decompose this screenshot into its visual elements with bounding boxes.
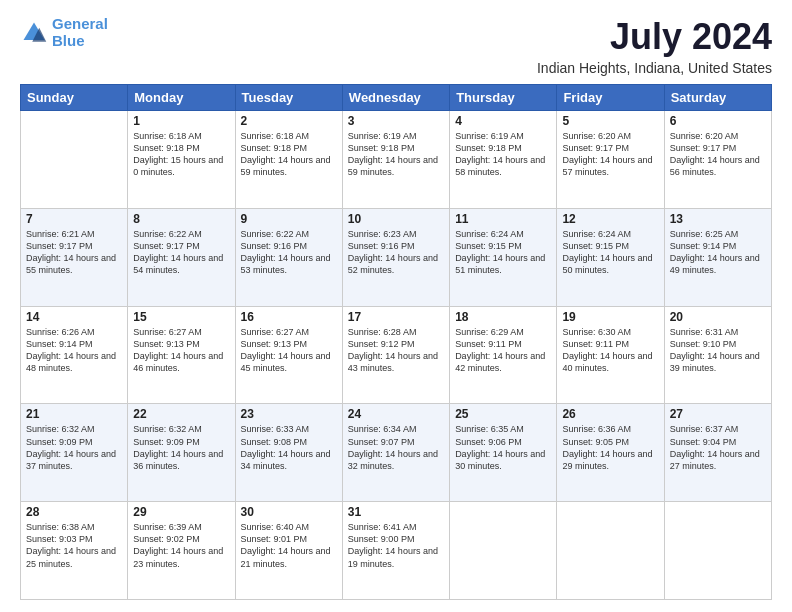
daylight-hours: Daylight: 14 hours and 39 minutes. <box>670 351 760 373</box>
sunrise-time: Sunrise: 6:21 AM <box>26 229 95 239</box>
day-number: 17 <box>348 310 444 324</box>
sunrise-time: Sunrise: 6:37 AM <box>670 424 739 434</box>
day-number: 1 <box>133 114 229 128</box>
sunset-time: Sunset: 9:11 PM <box>455 339 522 349</box>
daylight-hours: Daylight: 14 hours and 34 minutes. <box>241 449 331 471</box>
table-row: 26 Sunrise: 6:36 AM Sunset: 9:05 PM Dayl… <box>557 404 664 502</box>
sunrise-time: Sunrise: 6:40 AM <box>241 522 310 532</box>
day-info: Sunrise: 6:27 AM Sunset: 9:13 PM Dayligh… <box>241 326 337 375</box>
day-number: 6 <box>670 114 766 128</box>
sunset-time: Sunset: 9:12 PM <box>348 339 415 349</box>
daylight-hours: Daylight: 14 hours and 56 minutes. <box>670 155 760 177</box>
sunset-time: Sunset: 9:15 PM <box>562 241 629 251</box>
day-number: 9 <box>241 212 337 226</box>
sunrise-time: Sunrise: 6:23 AM <box>348 229 417 239</box>
day-info: Sunrise: 6:24 AM Sunset: 9:15 PM Dayligh… <box>562 228 658 277</box>
day-info: Sunrise: 6:36 AM Sunset: 9:05 PM Dayligh… <box>562 423 658 472</box>
daylight-hours: Daylight: 14 hours and 54 minutes. <box>133 253 223 275</box>
day-number: 27 <box>670 407 766 421</box>
daylight-hours: Daylight: 14 hours and 32 minutes. <box>348 449 438 471</box>
sunset-time: Sunset: 9:01 PM <box>241 534 308 544</box>
day-info: Sunrise: 6:23 AM Sunset: 9:16 PM Dayligh… <box>348 228 444 277</box>
sunset-time: Sunset: 9:04 PM <box>670 437 737 447</box>
daylight-hours: Daylight: 14 hours and 40 minutes. <box>562 351 652 373</box>
daylight-hours: Daylight: 14 hours and 37 minutes. <box>26 449 116 471</box>
day-number: 31 <box>348 505 444 519</box>
day-number: 18 <box>455 310 551 324</box>
day-number: 23 <box>241 407 337 421</box>
table-row: 19 Sunrise: 6:30 AM Sunset: 9:11 PM Dayl… <box>557 306 664 404</box>
daylight-hours: Daylight: 14 hours and 45 minutes. <box>241 351 331 373</box>
day-info: Sunrise: 6:34 AM Sunset: 9:07 PM Dayligh… <box>348 423 444 472</box>
day-number: 28 <box>26 505 122 519</box>
sunset-time: Sunset: 9:09 PM <box>26 437 93 447</box>
sunset-time: Sunset: 9:10 PM <box>670 339 737 349</box>
sunset-time: Sunset: 9:17 PM <box>562 143 629 153</box>
table-row: 16 Sunrise: 6:27 AM Sunset: 9:13 PM Dayl… <box>235 306 342 404</box>
sunset-time: Sunset: 9:14 PM <box>670 241 737 251</box>
day-info: Sunrise: 6:30 AM Sunset: 9:11 PM Dayligh… <box>562 326 658 375</box>
table-row <box>664 502 771 600</box>
title-block: July 2024 Indian Heights, Indiana, Unite… <box>537 16 772 76</box>
sunset-time: Sunset: 9:18 PM <box>241 143 308 153</box>
table-row: 31 Sunrise: 6:41 AM Sunset: 9:00 PM Dayl… <box>342 502 449 600</box>
header-wednesday: Wednesday <box>342 85 449 111</box>
day-info: Sunrise: 6:41 AM Sunset: 9:00 PM Dayligh… <box>348 521 444 570</box>
table-row: 24 Sunrise: 6:34 AM Sunset: 9:07 PM Dayl… <box>342 404 449 502</box>
sunset-time: Sunset: 9:15 PM <box>455 241 522 251</box>
table-row: 2 Sunrise: 6:18 AM Sunset: 9:18 PM Dayli… <box>235 111 342 209</box>
daylight-hours: Daylight: 14 hours and 53 minutes. <box>241 253 331 275</box>
day-info: Sunrise: 6:19 AM Sunset: 9:18 PM Dayligh… <box>348 130 444 179</box>
calendar-header-row: Sunday Monday Tuesday Wednesday Thursday… <box>21 85 772 111</box>
logo: General Blue <box>20 16 108 49</box>
calendar-week-row: 28 Sunrise: 6:38 AM Sunset: 9:03 PM Dayl… <box>21 502 772 600</box>
sunrise-time: Sunrise: 6:20 AM <box>670 131 739 141</box>
sunrise-time: Sunrise: 6:33 AM <box>241 424 310 434</box>
logo-line2: Blue <box>52 32 85 49</box>
day-info: Sunrise: 6:40 AM Sunset: 9:01 PM Dayligh… <box>241 521 337 570</box>
day-number: 11 <box>455 212 551 226</box>
daylight-hours: Daylight: 14 hours and 50 minutes. <box>562 253 652 275</box>
day-info: Sunrise: 6:38 AM Sunset: 9:03 PM Dayligh… <box>26 521 122 570</box>
table-row: 4 Sunrise: 6:19 AM Sunset: 9:18 PM Dayli… <box>450 111 557 209</box>
day-number: 2 <box>241 114 337 128</box>
table-row: 14 Sunrise: 6:26 AM Sunset: 9:14 PM Dayl… <box>21 306 128 404</box>
day-number: 22 <box>133 407 229 421</box>
daylight-hours: Daylight: 14 hours and 51 minutes. <box>455 253 545 275</box>
sunset-time: Sunset: 9:06 PM <box>455 437 522 447</box>
logo-icon <box>20 19 48 47</box>
day-number: 5 <box>562 114 658 128</box>
sunset-time: Sunset: 9:07 PM <box>348 437 415 447</box>
calendar-week-row: 21 Sunrise: 6:32 AM Sunset: 9:09 PM Dayl… <box>21 404 772 502</box>
sunrise-time: Sunrise: 6:32 AM <box>133 424 202 434</box>
day-info: Sunrise: 6:24 AM Sunset: 9:15 PM Dayligh… <box>455 228 551 277</box>
sunset-time: Sunset: 9:18 PM <box>133 143 200 153</box>
table-row: 3 Sunrise: 6:19 AM Sunset: 9:18 PM Dayli… <box>342 111 449 209</box>
sunrise-time: Sunrise: 6:20 AM <box>562 131 631 141</box>
header-friday: Friday <box>557 85 664 111</box>
sunset-time: Sunset: 9:14 PM <box>26 339 93 349</box>
day-number: 7 <box>26 212 122 226</box>
day-info: Sunrise: 6:28 AM Sunset: 9:12 PM Dayligh… <box>348 326 444 375</box>
daylight-hours: Daylight: 14 hours and 46 minutes. <box>133 351 223 373</box>
table-row: 8 Sunrise: 6:22 AM Sunset: 9:17 PM Dayli… <box>128 208 235 306</box>
table-row: 25 Sunrise: 6:35 AM Sunset: 9:06 PM Dayl… <box>450 404 557 502</box>
calendar-week-row: 14 Sunrise: 6:26 AM Sunset: 9:14 PM Dayl… <box>21 306 772 404</box>
daylight-hours: Daylight: 14 hours and 49 minutes. <box>670 253 760 275</box>
table-row: 1 Sunrise: 6:18 AM Sunset: 9:18 PM Dayli… <box>128 111 235 209</box>
day-number: 3 <box>348 114 444 128</box>
table-row: 20 Sunrise: 6:31 AM Sunset: 9:10 PM Dayl… <box>664 306 771 404</box>
daylight-hours: Daylight: 14 hours and 42 minutes. <box>455 351 545 373</box>
sunset-time: Sunset: 9:17 PM <box>133 241 200 251</box>
sunrise-time: Sunrise: 6:24 AM <box>455 229 524 239</box>
table-row: 7 Sunrise: 6:21 AM Sunset: 9:17 PM Dayli… <box>21 208 128 306</box>
table-row: 28 Sunrise: 6:38 AM Sunset: 9:03 PM Dayl… <box>21 502 128 600</box>
sunrise-time: Sunrise: 6:27 AM <box>241 327 310 337</box>
sunrise-time: Sunrise: 6:41 AM <box>348 522 417 532</box>
sunrise-time: Sunrise: 6:19 AM <box>455 131 524 141</box>
day-info: Sunrise: 6:35 AM Sunset: 9:06 PM Dayligh… <box>455 423 551 472</box>
daylight-hours: Daylight: 14 hours and 23 minutes. <box>133 546 223 568</box>
day-info: Sunrise: 6:21 AM Sunset: 9:17 PM Dayligh… <box>26 228 122 277</box>
sunrise-time: Sunrise: 6:26 AM <box>26 327 95 337</box>
day-info: Sunrise: 6:32 AM Sunset: 9:09 PM Dayligh… <box>26 423 122 472</box>
